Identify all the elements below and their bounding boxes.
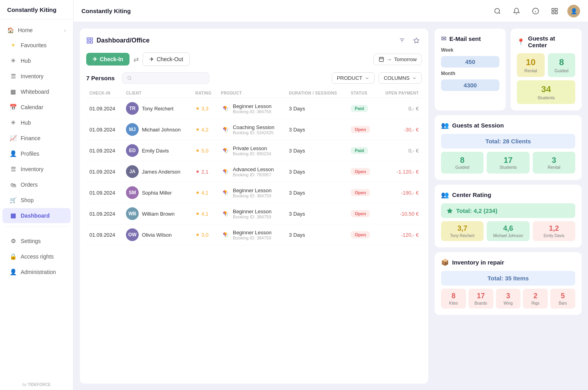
product-icon: 🪁	[221, 188, 230, 197]
hub-icon: ✳	[10, 57, 17, 64]
rating-value-1: 4,6	[490, 224, 526, 233]
sidebar: Constantly Kiting 🏠 Home ‹ ✦ Favourites …	[0, 0, 74, 390]
center-rating-header: 👥 Center Rating	[441, 191, 575, 199]
session-total: Total: 28 Clients	[441, 134, 575, 149]
students-number: 34	[521, 84, 571, 95]
rating-box-0: 3,7 Tony Reichert	[441, 221, 484, 241]
columns-filter-button[interactable]: COLUMNS	[379, 72, 422, 84]
table-row[interactable]: 01.09.2024 WB William Brown ★ 4,1 🪁 Begi…	[86, 203, 422, 224]
sidebar-item-label: Whiteboard	[21, 89, 49, 95]
sidebar-item-finance[interactable]: 📈 Finance	[2, 131, 71, 146]
sidebar-item-favourites[interactable]: ✦ Favourites	[2, 38, 71, 53]
client-name: Sophia Miller	[142, 190, 172, 196]
table-row[interactable]: 01.09.2024 OW Olivia Wilson ★ 3,0 🪁 Begi…	[86, 224, 422, 245]
sidebar-item-label: Access rights	[21, 253, 54, 260]
filter-icon[interactable]	[397, 35, 408, 46]
sidebar-item-label: Inventory	[21, 166, 44, 172]
inventory-repair-icon: 📦	[441, 259, 449, 266]
date-picker-button[interactable]: → Tomorrow	[373, 54, 422, 65]
status-cell: Paid	[348, 140, 377, 161]
search-icon[interactable]	[491, 5, 504, 17]
session-guided-number: 8	[445, 156, 480, 165]
inventory-box-4: 5 Bars	[550, 289, 575, 309]
sidebar-item-shop[interactable]: 🛒 Shop	[2, 193, 71, 208]
product-cell: 🪁 Coaching Session Booking ID: 5342425	[218, 119, 286, 140]
product-icon: 🪁	[221, 209, 230, 218]
rating-cell: ★ 3,3	[192, 98, 218, 119]
sidebar-item-label: Hub	[21, 120, 31, 126]
table-row[interactable]: 01.09.2024 MJ Michael Johnson ★ 4,2 🪁 Co…	[86, 119, 422, 140]
dashboard-panel: Dashboard/Office ✈ Check-In ⇄	[80, 29, 428, 384]
panel-title: Dashboard/Office	[86, 37, 149, 44]
center-rating-title: Center Rating	[452, 191, 491, 198]
sidebar-item-dashboard[interactable]: ▦ Dashboard	[2, 208, 71, 223]
info-icon[interactable]	[529, 5, 542, 17]
checkout-button[interactable]: ✈ Check-Out	[143, 52, 190, 66]
sidebar-item-whiteboard[interactable]: ▦ Whiteboard	[2, 84, 71, 99]
avatar: OW	[126, 228, 139, 241]
swap-icon: ⇄	[133, 56, 139, 63]
checkout-plane-icon: ✈	[149, 56, 154, 62]
table-row[interactable]: 01.09.2024 TR Tony Reichert ★ 3,3 🪁 Begi…	[86, 98, 422, 119]
sidebar-item-settings[interactable]: ⚙ Settings	[2, 234, 71, 249]
guests-grid: 10 Rental 8 Guided 34 Students	[517, 53, 575, 104]
table-container: CHECK-IN CLIENT RATING PRODUCT DURATION …	[86, 89, 422, 377]
sidebar-item-inventory1[interactable]: ☰ Inventory	[2, 69, 71, 84]
dashboard-title: Dashboard/Office	[97, 37, 149, 44]
sidebar-item-profiles[interactable]: 👤 Profiles	[2, 146, 71, 161]
arrow-right-icon: →	[387, 56, 392, 62]
table-row[interactable]: 01.09.2024 JA James Anderson ★ 2,1 🪁 Adv…	[86, 161, 422, 182]
sidebar-item-inventory2[interactable]: ☰ Inventory	[2, 162, 71, 177]
sidebar-item-hub2[interactable]: ✳ Hub	[2, 115, 71, 130]
product-name: Private Lesson	[233, 145, 271, 151]
status-cell: Open	[348, 119, 377, 140]
bell-icon[interactable]	[510, 5, 523, 17]
sidebar-item-label: Hub	[21, 58, 31, 64]
sidebar-item-label: Dashboard	[21, 212, 50, 219]
checkin-button[interactable]: ✈ Check-In	[86, 53, 130, 66]
search-input[interactable]	[134, 75, 204, 81]
inventory-box-1: 17 Boards	[468, 289, 493, 309]
rating-icon: 👥	[441, 191, 449, 199]
sidebar-item-hub1[interactable]: ✳ Hub	[2, 53, 71, 68]
home-icon: 🏠	[7, 27, 14, 33]
collapse-icon[interactable]: ‹	[64, 27, 66, 33]
product-name: Beginner Lesson	[233, 187, 272, 193]
sidebar-item-home[interactable]: 🏠 Home ‹	[0, 23, 73, 37]
status-cell: Open	[348, 182, 377, 203]
product-filter-button[interactable]: PRODUCT	[332, 72, 375, 84]
star-icon: ★	[195, 169, 200, 174]
sidebar-item-access[interactable]: 🔒 Access rights	[2, 249, 71, 264]
session-students-box: 17 Students	[487, 152, 529, 174]
inventory2-icon: ☰	[10, 166, 17, 173]
avatar: SM	[126, 186, 139, 199]
sidebar-item-label: Inventory	[21, 73, 44, 79]
grid-icon[interactable]	[548, 5, 561, 17]
table-row[interactable]: 01.09.2024 SM Sophia Miller ★ 4,1 🪁 Begi…	[86, 182, 422, 203]
svg-marker-13	[414, 38, 419, 43]
duration: 3 Days	[286, 203, 348, 224]
sidebar-item-calendar[interactable]: 📅 Calendar	[2, 100, 71, 115]
payment-cell: 0,- €	[377, 140, 422, 161]
rental-label: Rental	[521, 68, 541, 73]
user-avatar[interactable]: 👤	[567, 5, 580, 17]
chevron-down-icon2	[412, 76, 417, 81]
location-icon: 📍	[517, 38, 525, 46]
star-icon[interactable]	[411, 35, 422, 46]
filter-bar: 7 Persons PRODUCT COLUMNS	[86, 72, 422, 84]
product-name: Beginner Lesson	[233, 230, 272, 236]
sidebar-item-orders[interactable]: 🛍 Orders	[2, 177, 71, 192]
session-students-number: 17	[491, 156, 525, 165]
checkin-date: 01.09.2024	[86, 140, 123, 161]
payment-cell: -120,- €	[377, 224, 422, 245]
sidebar-item-label: Favourites	[21, 42, 46, 48]
sidebar-divider	[5, 226, 68, 227]
booking-id: Booking ID: 5342425	[233, 130, 275, 135]
client-cell: WB William Brown	[123, 203, 192, 224]
sidebar-item-admin[interactable]: 👤 Administration	[2, 265, 71, 280]
product-icon: 🪁	[221, 230, 230, 239]
table-row[interactable]: 01.09.2024 ED Emily Davis ★ 5,0 🪁 Privat…	[86, 140, 422, 161]
star-icon: ★	[195, 190, 200, 195]
inventory-label: Kites	[443, 301, 464, 305]
col-product: PRODUCT	[218, 89, 286, 98]
